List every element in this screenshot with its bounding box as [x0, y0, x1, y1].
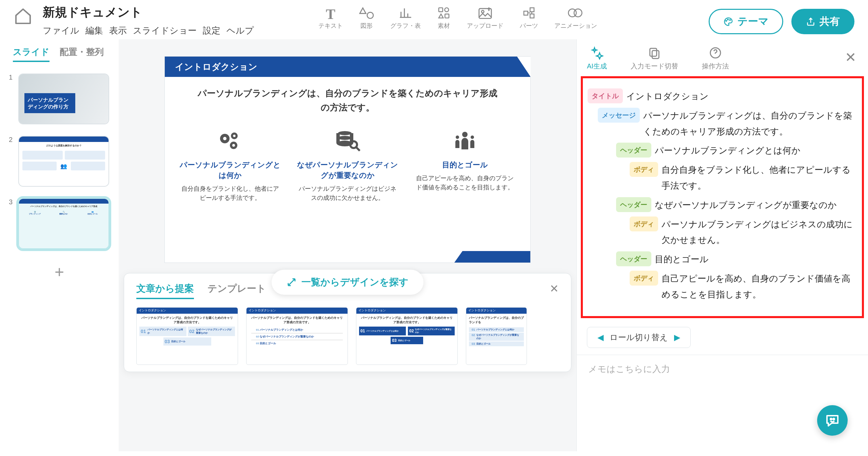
svg-point-0	[367, 12, 373, 18]
tool-animation-label: アニメーション	[554, 22, 597, 30]
tool-text[interactable]: T テキスト	[318, 6, 343, 30]
svg-rect-3	[445, 14, 449, 18]
svg-point-32	[833, 418, 834, 420]
col-body[interactable]: 自己アピールを高め、自身のブランド価値を高めることを目指します。	[414, 174, 516, 192]
document-title[interactable]: 新規ドキュメント	[43, 4, 254, 21]
outline-row[interactable]: タイトル イントロダクション	[588, 88, 857, 104]
tag-body: ボディ	[630, 216, 658, 231]
outline-header-text[interactable]: なぜパーソナルブランディングが重要なのか	[655, 197, 837, 213]
outline-body-text[interactable]: 自己アピールを高め、自身のブランド価値を高めることを目指します。	[662, 271, 857, 303]
outline-row[interactable]: ボディ 自己アピールを高め、自身のブランド価値を高めることを目指します。	[588, 271, 857, 303]
col-body[interactable]: パーソナルブランディングはビジネスの成功に欠かせません。	[297, 184, 398, 203]
slide-thumbnail[interactable]: パーソナルブランディングの作り方	[18, 74, 109, 124]
thumb-row-1[interactable]: 1 パーソナルブランディングの作り方	[9, 74, 110, 124]
slide-canvas[interactable]: イントロダクション パーソナルブランディングは、自分のブランドを築くためのキャリ…	[164, 56, 531, 263]
svg-point-13	[730, 19, 731, 20]
copy-icon	[648, 46, 661, 60]
tag-header: ヘッダー	[616, 197, 651, 212]
design-search-pill[interactable]: 一覧からデザインを探す	[272, 270, 423, 295]
svg-point-20	[338, 131, 352, 135]
svg-point-26	[456, 136, 459, 139]
bp-tab-template[interactable]: テンプレート	[208, 282, 266, 299]
sidebar-tab-slides[interactable]: スライド	[13, 46, 50, 62]
outline-body-text[interactable]: 自分自身をブランド化し、他者にアピールする手法です。	[662, 162, 857, 194]
chevron-left-icon: ◀	[597, 333, 604, 342]
svg-rect-6	[524, 11, 528, 15]
outline-title-text[interactable]: イントロダクション	[626, 88, 709, 104]
pr-tab-help[interactable]: 操作方法	[702, 46, 729, 71]
app-header: 新規ドキュメント ファイル 編集 表示 スライドショー 設定 ヘルプ T テキス…	[0, 0, 868, 39]
sparkle-icon	[590, 46, 604, 60]
add-slide-button[interactable]: +	[7, 263, 112, 281]
outline-row[interactable]: ボディ パーソナルブランディングはビジネスの成功に欠かせません。	[588, 216, 857, 248]
palette-icon	[723, 17, 733, 27]
chat-fab[interactable]	[817, 405, 848, 436]
thumb-num: 1	[9, 74, 15, 81]
tool-assets[interactable]: 素材	[437, 6, 451, 30]
menu-view[interactable]: 表示	[109, 25, 127, 37]
slide-title[interactable]: イントロダクション	[175, 61, 257, 73]
pr-tab-ai[interactable]: AI生成	[587, 46, 607, 71]
canvas-area: イントロダクション パーソナルブランディングは、自分のブランドを築くためのキャリ…	[119, 39, 576, 451]
svg-rect-1	[439, 8, 443, 12]
svg-rect-7	[530, 8, 534, 12]
bp-tab-suggest[interactable]: 文章から提案	[136, 282, 194, 299]
svg-point-23	[350, 141, 357, 148]
col-body[interactable]: 自分自身をブランド化し、他者にアピールする手法です。	[179, 184, 281, 203]
col-header[interactable]: なぜパーソナルブランディングが重要なのか	[297, 160, 398, 181]
tool-chart-label: グラフ・表	[390, 22, 421, 30]
slide-column[interactable]: 目的とゴール 自己アピールを高め、自身のブランド価値を高めることを目指します。	[414, 128, 516, 203]
outline-message-text[interactable]: パーソナルブランディングは、自分のブランドを築くためのキャリア形成の方法です。	[643, 108, 857, 140]
menu-file[interactable]: ファイル	[43, 25, 79, 37]
menu-help[interactable]: ヘルプ	[226, 25, 254, 37]
theme-button[interactable]: テーマ	[709, 9, 783, 34]
home-icon[interactable]	[14, 7, 33, 26]
outline-body-text[interactable]: パーソナルブランディングはビジネスの成功に欠かせません。	[662, 216, 857, 248]
pr-tab-input[interactable]: 入力モード切替	[631, 46, 678, 71]
suggestion-card[interactable]: イントロダクション パーソナルブランディングは、自分のブランドを 01パーソナル…	[466, 307, 527, 365]
sidebar-left: スライド 配置・整列 1 パーソナルブランディングの作り方 2 どのような課題を…	[0, 39, 119, 451]
outline-row[interactable]: ヘッダー パーソナルブランディングとは何か	[588, 143, 857, 159]
outline-row[interactable]: ボディ 自分自身をブランド化し、他者にアピールする手法です。	[588, 162, 857, 194]
chat-icon	[824, 412, 841, 429]
close-icon[interactable]: ✕	[845, 49, 856, 65]
title-block: 新規ドキュメント ファイル 編集 表示 スライドショー 設定 ヘルプ	[43, 4, 254, 37]
tag-title: タイトル	[588, 88, 623, 103]
menu-settings[interactable]: 設定	[203, 25, 220, 37]
tool-animation[interactable]: アニメーション	[554, 6, 597, 30]
sidebar-tab-arrange[interactable]: 配置・整列	[60, 46, 104, 62]
suggestion-card[interactable]: イントロダクション パーソナルブランディングは、自分のブランドを築くためのキャリ…	[136, 307, 238, 365]
slide-message[interactable]: パーソナルブランディングは、自分のブランドを築くためのキャリア形成の方法です。	[165, 77, 530, 118]
memo-placeholder: メモはこちらに入力	[588, 364, 670, 374]
thumb-num: 3	[9, 198, 15, 206]
tool-upload[interactable]: アップロード	[467, 6, 504, 30]
tool-parts[interactable]: パーツ	[520, 6, 538, 30]
menu-edit[interactable]: 編集	[85, 25, 103, 37]
slide-thumbnail[interactable]: パーソナルブランディングは、自分のブランドを築くためのキャリア形成 ⚙️ブランデ…	[18, 198, 109, 249]
tool-chart[interactable]: グラフ・表	[390, 6, 421, 30]
share-button[interactable]: 共有	[791, 9, 854, 34]
roll-switch-button[interactable]: ◀ ロール切り替え ▶	[587, 327, 691, 348]
sidebar-tabs: スライド 配置・整列	[7, 39, 112, 70]
panel-right: AI生成 入力モード切替 操作方法 ✕ タイトル イントロダクション メッセージ…	[576, 39, 868, 451]
tool-shapes-label: 図形	[360, 22, 373, 30]
menu-slideshow[interactable]: スライドショー	[133, 25, 197, 37]
outline-header-text[interactable]: パーソナルブランディングとは何か	[655, 143, 801, 159]
outline-row[interactable]: メッセージ パーソナルブランディングは、自分のブランドを築くためのキャリア形成の…	[588, 108, 857, 140]
outline-header-text[interactable]: 目的とゴール	[655, 251, 709, 267]
suggestion-card[interactable]: イントロダクション パーソナルブランディングは、自分のブランドを築くためのキャリ…	[356, 307, 458, 365]
svg-rect-8	[530, 14, 534, 18]
outline-row[interactable]: ヘッダー なぜパーソナルブランディングが重要なのか	[588, 197, 857, 213]
close-icon[interactable]: ✕	[550, 282, 559, 295]
suggestion-card[interactable]: イントロダクション パーソナルブランディングは、自分のブランドを築くためのキャリ…	[246, 307, 348, 365]
memo-input[interactable]: メモはこちらに入力	[577, 355, 868, 451]
outline-row[interactable]: ヘッダー 目的とゴール	[588, 251, 857, 267]
tool-shapes[interactable]: 図形	[359, 6, 374, 30]
thumb-row-3[interactable]: 3 パーソナルブランディングは、自分のブランドを築くためのキャリア形成 ⚙️ブラ…	[9, 198, 110, 249]
slide-thumbnail[interactable]: どのような課題を解決するのか？ 👥	[18, 136, 109, 187]
thumb-row-2[interactable]: 2 どのような課題を解決するのか？ 👥	[9, 136, 110, 187]
col-header[interactable]: パーソナルブランディングとは何か	[179, 160, 281, 181]
slide-column[interactable]: なぜパーソナルブランディングが重要なのか パーソナルブランディングはビジネスの成…	[297, 128, 398, 203]
col-header[interactable]: 目的とゴール	[414, 160, 516, 170]
slide-column[interactable]: パーソナルブランディングとは何か 自分自身をブランド化し、他者にアピールする手法…	[179, 128, 281, 203]
